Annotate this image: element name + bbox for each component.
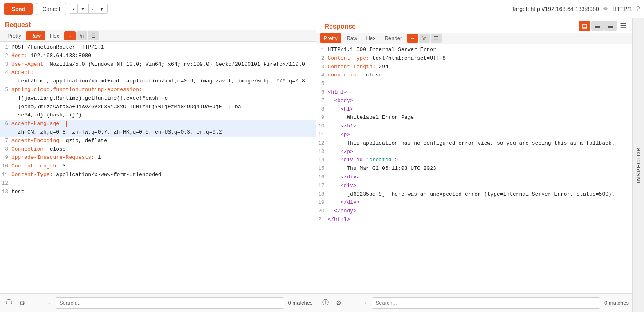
request-line-9: 9 Upgrade-Insecure-Requests: 1 — [0, 154, 316, 162]
tab-request-wrap[interactable]: ↔ — [64, 31, 76, 40]
inspector-label: INSPECTOR — [636, 147, 642, 183]
forward-button[interactable]: › — [89, 4, 96, 14]
response-line-20: 20 </body> — [316, 207, 633, 216]
response-title: Response — [320, 20, 361, 32]
back-button[interactable]: ‹ — [70, 4, 78, 14]
request-line-10: 10 Content-Length: 3 — [0, 162, 316, 171]
request-line-8: 8 Connection: close — [0, 145, 316, 154]
request-line-12: 12 — [0, 179, 316, 188]
request-line-3: 3 User-Agent: Mozilla/5.0 (Windows NT 10… — [0, 60, 316, 69]
request-line-6: 6 Accept-Language: zh-CN, zh;q=0.8, zh-T… — [0, 120, 316, 137]
response-tab-bar: Pretty Raw Hex Render ↔ \n ☰ — [316, 33, 633, 44]
response-line-7: 7 <body> — [316, 97, 633, 105]
response-line-12: 12 This application has no configured er… — [316, 139, 633, 148]
response-help-button[interactable]: ⓘ — [320, 297, 331, 309]
tab-request-menu[interactable]: ☰ — [88, 31, 99, 40]
response-line-5: 5 — [316, 80, 633, 88]
target-label: Target: http://192.168.64.133:8080 — [512, 6, 599, 12]
request-settings-button[interactable]: ⚙ — [16, 297, 28, 309]
response-line-11: 11 <p> — [316, 131, 633, 139]
view-list1-button[interactable]: ▬ — [591, 21, 604, 31]
tab-response-newline[interactable]: \n — [419, 34, 430, 43]
response-line-17: 17 <div> — [316, 182, 633, 190]
view-list2-button[interactable]: ▬ — [604, 21, 617, 31]
response-line-16: 16 </div> — [316, 173, 633, 182]
response-forward-search-button[interactable]: → — [359, 297, 370, 309]
request-title: Request — [0, 18, 316, 30]
request-matches: 0 matches — [288, 300, 313, 306]
http-version: HTTP/1 — [613, 6, 632, 12]
response-line-9: 9 Whitelabel Error Page — [316, 114, 633, 122]
tab-response-raw[interactable]: Raw — [342, 33, 361, 43]
tab-response-menu[interactable]: ☰ — [431, 34, 442, 43]
request-line-5: 5 spring.cloud.function.routing-expressi… — [0, 86, 316, 120]
request-line-4: 4 Accept: text/html, application/xhtml+x… — [0, 69, 316, 86]
response-settings-button[interactable]: ⚙ — [333, 297, 344, 309]
view-grid-button[interactable]: ▦ — [579, 21, 590, 31]
response-back-search-button[interactable]: ← — [346, 297, 357, 309]
tab-response-render[interactable]: Render — [381, 33, 406, 43]
tab-request-raw[interactable]: Raw — [26, 31, 45, 40]
nav-buttons: ‹ ▼ › ▼ — [70, 4, 108, 14]
request-line-2: 2 Host: 192.168.64.133:8080 — [0, 52, 316, 60]
response-line-13: 13 </p> — [316, 148, 633, 156]
request-help-button[interactable]: ⓘ — [3, 297, 15, 309]
response-line-18: 18 [d69235ad-9] There was an unexpected … — [316, 190, 633, 199]
response-search-input[interactable] — [372, 297, 601, 309]
tab-request-pretty[interactable]: Pretty — [3, 31, 25, 40]
response-line-6: 6 <html> — [316, 88, 633, 97]
cancel-button[interactable]: Cancel — [36, 3, 66, 15]
response-line-14: 14 <div id='created'> — [316, 156, 633, 165]
request-back-search-button[interactable]: ← — [29, 297, 41, 309]
tab-response-pretty[interactable]: Pretty — [320, 33, 342, 43]
request-panel: Request Pretty Raw Hex ↔ \n ☰ 1 POST /fu… — [0, 18, 316, 312]
tab-request-newline[interactable]: \n — [76, 31, 87, 40]
response-bottom-bar: ⓘ ⚙ ← → 0 matches — [316, 293, 633, 312]
response-line-8: 8 <h1> — [316, 105, 633, 114]
request-forward-search-button[interactable]: → — [43, 297, 54, 309]
request-code-area[interactable]: 1 POST /functionRouter HTTP/1.1 2 Host: … — [0, 42, 316, 293]
response-header-row: Response ▦ ▬ ▬ ☰ — [316, 18, 633, 33]
target-info: Target: http://192.168.64.133:8080 ✏ HTT… — [512, 5, 640, 13]
tab-response-hex[interactable]: Hex — [362, 33, 379, 43]
response-line-3: 3 Content-Length: 294 — [316, 63, 633, 71]
forward-dropdown-button[interactable]: ▼ — [96, 4, 108, 14]
send-button[interactable]: Send — [4, 3, 33, 15]
inspector-panel[interactable]: INSPECTOR — [633, 18, 644, 312]
response-line-4: 4 connection: close — [316, 71, 633, 80]
request-line-13: 13 test — [0, 188, 316, 196]
response-line-1: 1 HTTP/1.1 500 Internal Server Error — [316, 46, 633, 54]
response-panel: Response ▦ ▬ ▬ ☰ Pretty Raw Hex Render ↔… — [316, 18, 633, 312]
request-search-input[interactable] — [56, 297, 284, 309]
view-icons: ▦ ▬ ▬ ☰ — [579, 20, 629, 31]
help-icon[interactable]: ? — [636, 5, 640, 13]
request-line-11: 11 Content-Type: application/x-www-form-… — [0, 171, 316, 179]
request-tab-bar: Pretty Raw Hex ↔ \n ☰ — [0, 30, 316, 42]
response-line-2: 2 Content-Type: text/html;charset=UTF-8 — [316, 54, 633, 63]
tab-response-wrap[interactable]: ↔ — [407, 34, 418, 43]
response-line-10: 10 </h1> — [316, 122, 633, 131]
tab-request-hex[interactable]: Hex — [46, 31, 63, 40]
response-line-21: 21 </html> — [316, 216, 633, 224]
response-menu-icon[interactable]: ☰ — [617, 20, 629, 31]
response-matches: 0 matches — [604, 300, 629, 306]
main-content: Request Pretty Raw Hex ↔ \n ☰ 1 POST /fu… — [0, 18, 644, 312]
response-code-area[interactable]: 1 HTTP/1.1 500 Internal Server Error 2 C… — [316, 44, 633, 293]
edit-icon[interactable]: ✏ — [603, 5, 608, 13]
back-dropdown-button[interactable]: ▼ — [78, 4, 89, 14]
request-line-7: 7 Accept-Encoding: gzip, deflate — [0, 137, 316, 145]
toolbar: Send Cancel ‹ ▼ › ▼ Target: http://192.1… — [0, 0, 644, 18]
response-line-15: 15 Thu Mar 02 06:11:03 UTC 2023 — [316, 165, 633, 173]
response-line-19: 19 </div> — [316, 198, 633, 207]
request-bottom-bar: ⓘ ⚙ ← → 0 matches — [0, 293, 316, 312]
request-line-1: 1 POST /functionRouter HTTP/1.1 — [0, 43, 316, 52]
